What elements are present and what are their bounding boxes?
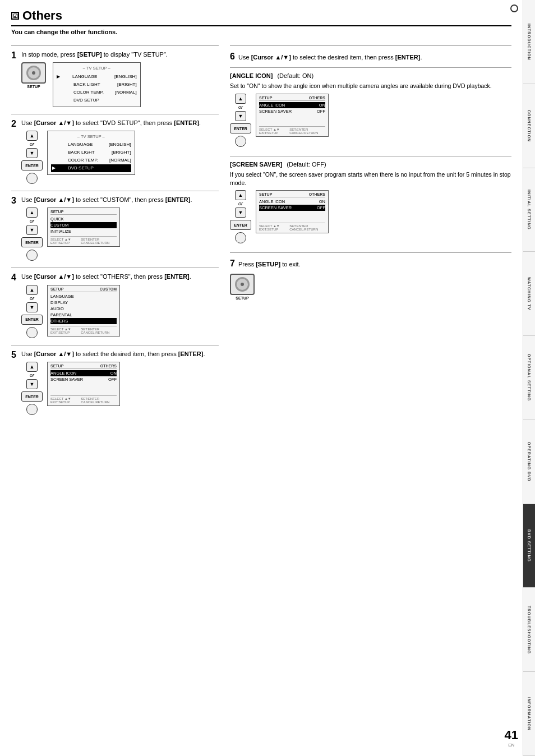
cursor-up-key-2: ▲ [26, 131, 38, 141]
angle-icon-default: (Default: ON) [277, 72, 313, 79]
sidebar-tab-optional-setting[interactable]: OPTIONAL SETTING [523, 336, 535, 420]
step-2-row-4: ▶DVD SETUP [51, 164, 131, 172]
step-2: 2 Use [Cursor ▲/▼] to select "DVD SETUP"… [11, 119, 219, 184]
step-3-screen: SETUP QUICK CUSTOM INITIALIZE SELECT ▲▼ … [47, 208, 120, 247]
sidebar-tab-troubleshooting[interactable]: TROUBLESHOOTING [523, 588, 535, 672]
step-4-number: 4 [11, 273, 16, 283]
step-4-row-display: DISPLAY [50, 299, 117, 306]
step-5-or: or [30, 373, 34, 378]
step-2-remote-keys: ▲ or ▼ ENTER [21, 131, 43, 184]
step-4-row-audio: AUDIO [50, 306, 117, 312]
step-2-row-1: LANGUAGE[ENGLISH] [51, 141, 131, 149]
cursor-down-key-2: ▼ [26, 148, 38, 158]
step-4: 4 Use [Cursor ▲/▼] to select "OTHERS", t… [11, 273, 219, 338]
step-3-row-custom: CUSTOM [50, 222, 117, 228]
cursor-up-key-6a: ▲ [235, 94, 246, 104]
top-decorative-circle [510, 4, 518, 12]
step-4-row-others: OTHERS [50, 318, 117, 324]
step-6b-screen-header: SETUPOTHERS [259, 192, 325, 197]
step-3-row-initialize: INITIALIZE [50, 228, 117, 234]
step-5-content: Use [Cursor ▲/▼] to select the desired i… [21, 350, 219, 415]
step-6b-screen-footer: SELECT ▲▼ EXIT:SETUPSET:ENTER CANCEL:RET… [259, 223, 325, 231]
setup-box-7 [230, 274, 255, 295]
step-6b-row-screensaver: SCREEN SAVEROFF [259, 205, 325, 211]
cursor-down-key-3: ▼ [26, 225, 38, 235]
cursor-up-key-3: ▲ [26, 208, 38, 218]
step-5-text: Use [Cursor ▲/▼] to select the desired i… [21, 350, 219, 358]
cursor-up-key-4: ▲ [26, 285, 38, 295]
two-col-layout: 1 In stop mode, press [SETUP] to display… [11, 41, 511, 422]
key-circle-6a [235, 136, 246, 147]
step-5-illustration: ▲ or ▼ ENTER SETUPOTHERS ANGLE ICONON SC… [21, 362, 219, 415]
cursor-down-key-5: ▼ [26, 379, 38, 389]
step-1-illustration: SETUP – TV SETUP – ▶LANGUAGE[ENGLISH] BA… [21, 62, 219, 107]
step-6-number: 6 [230, 52, 235, 61]
step-6b-screen: SETUPOTHERS ANGLE ICONON SCREEN SAVEROFF… [256, 190, 329, 233]
step-6a-row-screensaver: SCREEN SAVEROFF [259, 108, 325, 114]
enter-key-2: ENTER [21, 160, 43, 170]
enter-key-3: ENTER [21, 237, 43, 247]
step-6: 6 Use [Cursor ▲/▼] to select the desired… [230, 50, 511, 243]
cursor-down-key-4: ▼ [26, 302, 38, 312]
section-header: ☑ Others [11, 8, 511, 26]
step-5-row-angle: ANGLE ICONON [50, 370, 117, 376]
step-6-text: 6 Use [Cursor ▲/▼] to select the desired… [230, 50, 511, 63]
step-1-number: 1 [11, 50, 16, 61]
step-5-row-screensaver: SCREEN SAVEROFF [50, 376, 117, 382]
step-6a-screen-footer: SELECT ▲▼ EXIT:SETUPSET:ENTER CANCEL:RET… [259, 126, 325, 135]
step-2-or: or [30, 142, 34, 147]
page-lang: EN [505, 743, 518, 748]
step-7: 7 Press [SETUP] to exit. SETUP [230, 257, 511, 299]
main-content: ☑ Others You can change the other functi… [0, 0, 523, 433]
sidebar-tab-initial-setting[interactable]: INITIAL SETTING [523, 168, 535, 252]
step-5: 5 Use [Cursor ▲/▼] to select the desired… [11, 350, 219, 415]
step-3-row-quick: QUICK [50, 216, 117, 222]
step-1-content: In stop mode, press [SETUP] to display "… [21, 50, 219, 107]
key-circle-3 [26, 250, 38, 261]
left-column: 1 In stop mode, press [SETUP] to display… [11, 41, 219, 422]
step-1-row-3: COLOR TEMP.[NORMAL] [57, 89, 137, 96]
sidebar-tab-connection[interactable]: CONNECTION [523, 84, 535, 168]
angle-icon-desc: Set to "ON" to show the angle icon when … [230, 82, 511, 90]
cursor-up-key-6b: ▲ [235, 190, 246, 200]
step-5-number: 5 [11, 350, 16, 360]
step-5-screen-footer: SELECT ▲▼ EXIT:SETUPSET:ENTER CANCEL:RET… [50, 395, 117, 404]
step-4-content: Use [Cursor ▲/▼] to select "OTHERS", the… [21, 273, 219, 338]
step-3: 3 Use [Cursor ▲/▼] to select "CUSTOM", t… [11, 196, 219, 261]
step-1: 1 In stop mode, press [SETUP] to display… [11, 50, 219, 107]
step-6a-screen-header: SETUPOTHERS [259, 96, 325, 101]
sidebar-tab-information[interactable]: INFORMATION [523, 672, 535, 756]
angle-icon-illustration: ▲ or ▼ ENTER SETUPOTHERS ANGLE ICONON SC… [230, 94, 511, 147]
enter-key-4: ENTER [21, 315, 43, 325]
sidebar-tab-introduction[interactable]: INTRODUCTION [523, 0, 535, 84]
key-circle-6b [235, 232, 246, 243]
step-3-text: Use [Cursor ▲/▼] to select "CUSTOM", the… [21, 196, 219, 204]
sidebar-tab-watching-tv[interactable]: WATCHING TV [523, 252, 535, 336]
sidebar-tab-operating-dvd[interactable]: OPERATING DVD [523, 420, 535, 504]
step-6b-or: or [238, 201, 243, 206]
section-subtitle: You can change the other functions. [11, 29, 511, 35]
screen-saver-default: (Default: OFF) [287, 161, 326, 168]
enter-key-6a: ENTER [230, 123, 251, 133]
step-4-or: or [30, 296, 34, 301]
step-2-row-3: COLOR TEMP.[NORMAL] [51, 156, 131, 164]
step-4-screen-header: SETUPCUSTOM [50, 287, 117, 292]
step-4-screen: SETUPCUSTOM LANGUAGE DISPLAY AUDIO PAREN… [47, 285, 120, 336]
step-6b-remote-keys: ▲ or ▼ ENTER [230, 190, 251, 243]
section-checkbox: ☑ [11, 12, 19, 20]
enter-key-6b: ENTER [230, 220, 251, 230]
step-4-screen-footer: SELECT ▲▼ EXIT:SETUPSET:ENTER CANCEL:RET… [50, 326, 117, 334]
step-1-row-4: DVD SETUP [57, 96, 137, 104]
cursor-down-key-6b: ▼ [235, 208, 246, 218]
step-6a-remote-keys: ▲ or ▼ ENTER [230, 94, 251, 147]
page-number-block: 41 EN [505, 728, 518, 748]
step-6a-row-angle: ANGLE ICONON [259, 102, 325, 108]
sidebar-tab-dvd-setting[interactable]: DVD SETTING [523, 504, 535, 588]
cursor-down-key-6a: ▼ [235, 111, 246, 121]
setup-disc-1 [26, 66, 41, 80]
step-6b-row-angle: ANGLE ICONON [259, 199, 325, 205]
setup-box-1 [21, 62, 46, 84]
step-7-text: 7 Press [SETUP] to exit. [230, 257, 511, 270]
step-4-text: Use [Cursor ▲/▼] to select "OTHERS", the… [21, 273, 219, 281]
setup-icon-7: SETUP [230, 274, 255, 300]
